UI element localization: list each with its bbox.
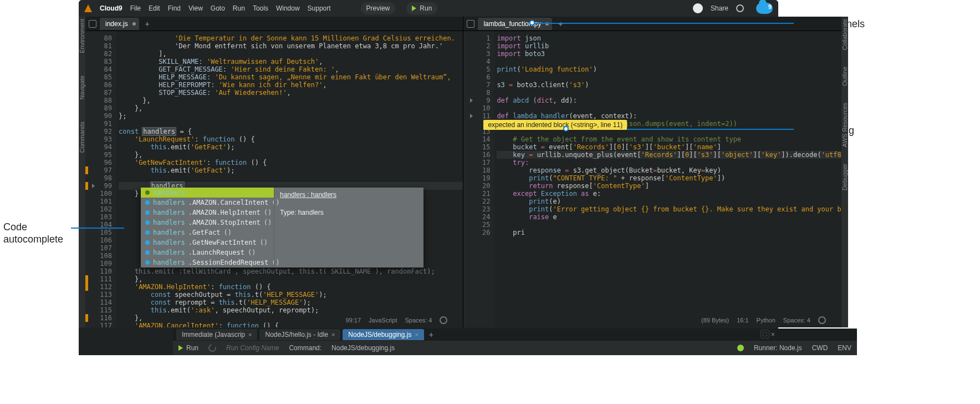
- right-rail: Collaborate Outline AWS Resources Debugg…: [841, 17, 848, 327]
- left-editor-pane: index.js + 80818283848586878889909192939…: [85, 17, 463, 327]
- new-console-tab[interactable]: +: [426, 330, 436, 340]
- modified-dot-icon: [132, 22, 136, 26]
- close-panel-icon[interactable]: ×: [770, 330, 775, 339]
- play-icon: [412, 6, 416, 11]
- panels-indicator-icon: [529, 20, 535, 26]
- menu-tools[interactable]: Tools: [253, 4, 268, 12]
- left-rail: Environment Navigate Commands: [79, 17, 85, 327]
- autocomplete-popup: handlershandlers.AMAZON.CancelIntent ()h…: [141, 188, 423, 267]
- rail-commands[interactable]: Commands: [79, 122, 85, 153]
- right-tabstrip: lambda_function.py +: [463, 17, 841, 31]
- rail-debugger[interactable]: Debugger: [841, 164, 848, 190]
- menu-window[interactable]: Window: [276, 4, 300, 12]
- run-config-input[interactable]: Run Config Name: [226, 344, 279, 352]
- console-tabstrip: Immediate (Javascrip×NodeJS/hello.js - I…: [173, 329, 857, 341]
- cursor-pos: 99:17: [346, 317, 361, 324]
- run-panel: Run Run Config Name Command: NodeJS/debu…: [173, 341, 857, 355]
- rail-aws-resources[interactable]: AWS Resources: [841, 103, 848, 147]
- autocomplete-list[interactable]: handlershandlers.AMAZON.CancelIntent ()h…: [141, 188, 274, 267]
- play-icon: [178, 345, 183, 351]
- command-value[interactable]: NodeJS/debugging.js: [331, 344, 395, 352]
- run-button[interactable]: Run: [178, 344, 198, 352]
- left-editor[interactable]: 8081828384858687888990919293949596979899…: [85, 31, 463, 327]
- rail-outline[interactable]: Outline: [841, 67, 848, 86]
- menu-file[interactable]: File: [130, 4, 141, 12]
- menu-run[interactable]: Run: [233, 4, 245, 12]
- command-label: Command:: [289, 344, 321, 352]
- share-button[interactable]: Share: [711, 4, 728, 12]
- autocomplete-item[interactable]: handlers.AMAZON.HelpIntent (): [141, 208, 274, 218]
- rail-collaborate[interactable]: Collaborate: [841, 19, 848, 50]
- callout-autocomplete-2: autocomplete: [3, 234, 63, 245]
- env-button[interactable]: ENV: [838, 344, 851, 352]
- console-tab[interactable]: NodeJS/hello.js - Idle×: [259, 329, 340, 340]
- right-statusbar: (89 Bytes) 16:1 Python Spaces: 4: [701, 315, 826, 325]
- autocomplete-type: Type: handlers: [280, 209, 418, 216]
- lang-mode[interactable]: JavaScript: [369, 317, 397, 324]
- warning-icon: [84, 4, 92, 12]
- menubar: Cloud9 File Edit Find View Goto Run Tool…: [79, 0, 778, 17]
- runner-select[interactable]: Runner: Node.js: [754, 344, 802, 352]
- cursor-pos: 16:1: [737, 317, 748, 324]
- left-statusbar: 99:17 JavaScript Spaces: 4: [346, 315, 448, 325]
- menu-support[interactable]: Support: [308, 4, 331, 12]
- autocomplete-item[interactable]: handlers.LaunchRequest (): [141, 248, 274, 257]
- autocomplete-item[interactable]: handlers.AMAZON.CancelIntent (): [141, 198, 274, 208]
- lang-mode[interactable]: Python: [757, 317, 775, 324]
- autocomplete-title: handlers : handlers: [280, 191, 418, 199]
- file-icon: [467, 20, 474, 28]
- menu-goto[interactable]: Goto: [211, 4, 225, 12]
- callout-autocomplete-1: Code: [3, 221, 27, 233]
- status-dot-icon: [737, 345, 744, 351]
- hint-indicator-icon: [563, 126, 569, 132]
- right-editor-pane: lambda_function.py + 1234567891011×12131…: [463, 17, 841, 327]
- menu-view[interactable]: View: [188, 4, 203, 12]
- rail-navigate[interactable]: Navigate: [79, 75, 85, 99]
- preview-button[interactable]: Preview: [361, 2, 396, 14]
- left-tabstrip: index.js +: [85, 17, 463, 31]
- right-editor[interactable]: 1234567891011×12131415161718192021222324…: [463, 31, 841, 327]
- maximize-icon[interactable]: [760, 330, 769, 339]
- rail-environment[interactable]: Environment: [79, 19, 85, 53]
- avatar[interactable]: [693, 3, 703, 13]
- file-icon: [89, 20, 96, 28]
- editor-settings-icon[interactable]: [818, 316, 826, 324]
- console-tab[interactable]: NodeJS/debugging.js×: [343, 329, 424, 340]
- autocomplete-item[interactable]: handlers.GetNewFactIntent (): [141, 238, 274, 248]
- lint-hint-tooltip: expected an indented block (<string>, li…: [483, 120, 627, 130]
- tab-index-js[interactable]: index.js: [100, 18, 139, 30]
- autocomplete-item[interactable]: handlers.AMAZON.StopIntent (): [141, 218, 274, 228]
- autocomplete-item[interactable]: handlers: [141, 188, 274, 198]
- editor-settings-icon[interactable]: [440, 316, 447, 324]
- console-tab[interactable]: Immediate (Javascrip×: [176, 329, 257, 340]
- file-size: (89 Bytes): [701, 317, 729, 324]
- cloud9-logo: 9: [756, 3, 773, 14]
- gear-icon[interactable]: [736, 4, 744, 12]
- run-button-top[interactable]: Run: [406, 2, 437, 14]
- menu-edit[interactable]: Edit: [149, 4, 160, 12]
- cwd-button[interactable]: CWD: [812, 344, 828, 352]
- new-tab-button-left[interactable]: +: [142, 19, 152, 29]
- autocomplete-item[interactable]: handlers.GetFact (): [141, 228, 274, 238]
- spaces-mode[interactable]: Spaces: 4: [405, 317, 432, 324]
- brand-label: Cloud9: [100, 4, 122, 12]
- autocomplete-details: handlers : handlers Type: handlers: [274, 188, 423, 267]
- ide-window: Cloud9 File Edit Find View Goto Run Tool…: [79, 0, 778, 355]
- restart-icon[interactable]: [207, 342, 217, 353]
- spaces-mode[interactable]: Spaces: 4: [783, 317, 810, 324]
- menu-find[interactable]: Find: [168, 4, 181, 12]
- autocomplete-item[interactable]: handlers.SessionEndedRequest (): [141, 257, 274, 267]
